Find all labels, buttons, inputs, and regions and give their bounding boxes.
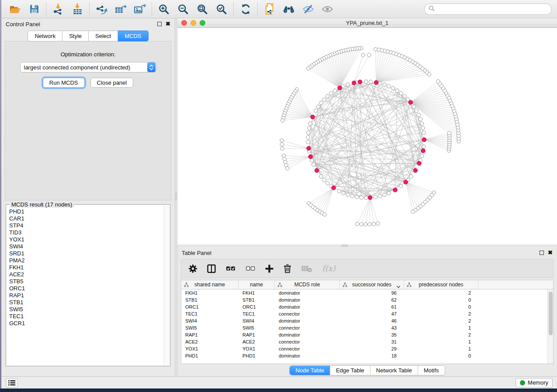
table-cell: 1 [404, 339, 478, 344]
save-icon[interactable] [28, 3, 40, 15]
refresh-icon[interactable] [239, 3, 252, 15]
table-header-row: shared namenameMCDS rolesuccessor nodesp… [181, 280, 553, 289]
table-row[interactable]: STB1STB1dominator620 [181, 296, 553, 303]
doc-share-icon[interactable] [263, 3, 276, 15]
export-network-icon[interactable] [95, 3, 107, 15]
close-panel-button[interactable]: Close panel [90, 78, 134, 88]
table-toolbar: f(x) [181, 259, 554, 278]
mcds-result-item[interactable]: TEC1 [7, 313, 164, 320]
column-header-MCDS-role[interactable]: MCDS role [275, 280, 340, 289]
delete-icon[interactable] [283, 264, 292, 273]
binoculars-icon[interactable] [283, 3, 295, 15]
mcds-result-item[interactable]: STP4 [7, 222, 164, 229]
run-mcds-button[interactable]: Run MCDS [43, 78, 85, 88]
import-table-icon[interactable] [71, 3, 83, 15]
mcds-result-list[interactable]: PHD1CAR1STP4TID3YOX1SWI4SRD1PMA2FKH1ACE2… [7, 207, 164, 365]
table-cell: YOX1 [181, 346, 239, 351]
table-cell: connector [275, 325, 340, 330]
list-icon [8, 380, 15, 386]
fx-icon[interactable]: f(x) [322, 264, 336, 274]
mcds-result-item[interactable]: PMA2 [7, 257, 164, 264]
table-row[interactable]: PHD1PHD1dominator180 [181, 352, 553, 359]
table-cell: connector [275, 346, 340, 351]
delete-table-icon[interactable] [301, 265, 312, 273]
tab-network[interactable]: Network [28, 31, 62, 41]
mcds-result-item[interactable]: ACE2 [7, 271, 164, 278]
table-cell: 35 [340, 332, 404, 337]
close-panel-icon[interactable]: ✖ [548, 251, 553, 255]
table-row[interactable]: SWI5SWI5connector431 [181, 324, 553, 331]
tab-node-table[interactable]: Node Table [290, 366, 330, 375]
network-graph[interactable] [177, 28, 557, 244]
deselect-all-icon[interactable] [245, 265, 256, 272]
zoom-selected-icon[interactable] [215, 3, 228, 15]
column-header-successor-nodes[interactable]: successor nodes [340, 280, 404, 289]
mcds-result-item[interactable]: STB1 [7, 299, 164, 306]
export-image-icon[interactable] [134, 3, 146, 15]
hide-selected-icon[interactable] [302, 3, 314, 15]
mcds-result-item[interactable]: STB5 [7, 278, 164, 285]
zoom-in-icon[interactable] [158, 3, 170, 15]
mcds-result-item[interactable]: SRD1 [7, 250, 164, 257]
mcds-result-item[interactable]: SWI4 [7, 243, 164, 250]
optimization-criterion-select[interactable]: largest connected component (undirected) [20, 62, 156, 72]
splitter-handle[interactable] [342, 244, 348, 247]
tab-motifs[interactable]: Motifs [418, 366, 445, 375]
select-all-icon[interactable] [225, 265, 236, 272]
tab-select[interactable]: Select [89, 31, 118, 41]
add-icon[interactable] [265, 264, 274, 273]
open-icon[interactable] [9, 3, 21, 15]
table-icon [343, 282, 347, 289]
table-icon [407, 282, 412, 289]
network-window-titlebar: YPA_prune.txt_1 [177, 18, 557, 28]
table-row[interactable]: YOX1YOX1connector291 [181, 345, 553, 352]
search-icon [429, 5, 435, 13]
table-scrollbar[interactable] [547, 289, 553, 364]
table-row[interactable]: TEC1TEC1connector472 [181, 310, 553, 317]
memory-status-icon [520, 380, 525, 385]
tab-network-table[interactable]: Network Table [370, 366, 418, 375]
table-row[interactable]: SWI4SWI4dominator462 [181, 317, 553, 324]
table-cell: FKH1 [181, 290, 239, 296]
mcds-result-item[interactable]: ORC1 [7, 285, 164, 292]
network-canvas[interactable] [177, 28, 557, 244]
import-network-icon[interactable] [52, 3, 64, 15]
zoom-out-icon[interactable] [177, 3, 189, 15]
horizontal-splitter[interactable] [177, 244, 557, 247]
memory-button[interactable]: Memory [515, 378, 553, 388]
mcds-result-item[interactable]: CAR1 [7, 215, 164, 222]
float-panel-icon[interactable] [157, 22, 162, 26]
task-history-button[interactable] [6, 378, 18, 388]
column-header-name[interactable]: name [239, 280, 275, 289]
mcds-result-item[interactable]: FKH1 [7, 264, 164, 271]
control-panel-tabs: NetworkStyleSelectMCDS [1, 31, 175, 41]
columns-icon[interactable] [207, 264, 216, 273]
table-row[interactable]: RAP1RAP1dominator352 [181, 331, 553, 338]
float-panel-icon[interactable] [540, 251, 544, 255]
column-header-shared-name[interactable]: shared name [181, 280, 239, 289]
search-input[interactable] [437, 6, 547, 12]
table-row[interactable]: ORC1ORC1dominator610 [181, 303, 553, 310]
gear-icon[interactable] [188, 264, 197, 273]
tab-style[interactable]: Style [62, 31, 89, 41]
table-cell: 0 [404, 297, 478, 303]
mcds-result-item[interactable]: TID3 [7, 229, 164, 236]
show-selected-icon[interactable] [321, 3, 333, 15]
close-panel-icon[interactable]: ✖ [166, 22, 170, 26]
tab-mcds[interactable]: MCDS [118, 31, 148, 41]
mcds-result-item[interactable]: PHD1 [7, 208, 164, 215]
mcds-result-item[interactable]: GCR1 [7, 320, 164, 327]
mcds-list-scrollbar[interactable] [164, 205, 170, 365]
zoom-fit-icon[interactable] [196, 3, 208, 15]
export-table-icon[interactable] [114, 3, 127, 15]
column-header-predecessor-nodes[interactable]: predecessor nodes [404, 280, 478, 289]
mcds-pane: Optimization criterion: largest connecte… [5, 41, 171, 200]
tab-edge-table[interactable]: Edge Table [330, 366, 370, 375]
mcds-result-item[interactable]: SWI5 [7, 306, 164, 313]
mcds-result-item[interactable]: RAP1 [7, 292, 164, 299]
table-row[interactable]: ACE2ACE2connector311 [181, 338, 553, 345]
search-box[interactable] [424, 3, 552, 15]
table-row[interactable]: FKH1FKH1dominator962 [181, 289, 553, 296]
mcds-result-item[interactable]: YOX1 [7, 236, 164, 243]
scrollbar-thumb[interactable] [549, 292, 553, 335]
